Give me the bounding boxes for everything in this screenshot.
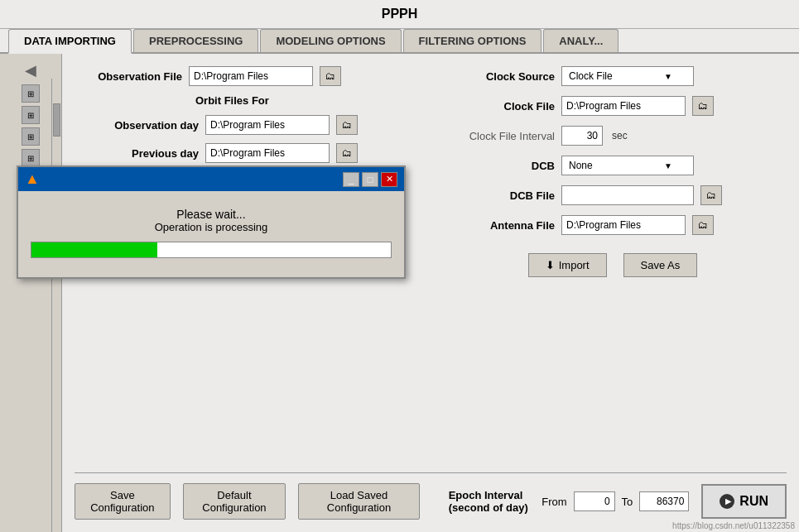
observation-file-input[interactable]	[189, 66, 313, 86]
load-saved-config-button[interactable]: Load Saved Configuration	[298, 483, 419, 520]
modal-title-controls: _ □ ✕	[343, 172, 397, 187]
antenna-file-browse-btn[interactable]: 🗂	[692, 215, 714, 235]
clock-file-label: Clock File	[439, 100, 555, 113]
clock-source-label: Clock Source	[439, 70, 555, 83]
modal-please-wait-text: Please wait...	[31, 208, 392, 221]
previous-day-input[interactable]	[205, 143, 330, 163]
antenna-file-input[interactable]	[561, 215, 686, 235]
tab-modeling-options[interactable]: MODELING OPTIONS	[260, 29, 401, 52]
dcb-label: DCB	[439, 160, 555, 172]
main-content: ◀ ⊞ ⊞ ⊞ ⊞ ⊞ ⊞ Observation File 🗂	[0, 54, 799, 532]
save-as-button[interactable]: Save As	[623, 253, 698, 277]
run-icon	[720, 494, 734, 509]
dcb-file-browse-btn[interactable]: 🗂	[700, 185, 722, 205]
run-button[interactable]: RUN	[701, 484, 787, 519]
clock-source-dropdown[interactable]: Clock File ▼	[561, 66, 694, 86]
from-input[interactable]	[574, 491, 615, 511]
matlab-logo-icon: ▲	[25, 170, 40, 188]
observation-day-row: Observation day 🗂	[91, 115, 422, 135]
observation-file-row: Observation File 🗂	[75, 66, 422, 86]
modal-close-btn[interactable]: ✕	[381, 172, 397, 187]
modal-maximize-btn[interactable]: □	[362, 172, 378, 187]
previous-day-label: Previous day	[91, 147, 199, 160]
clock-file-interval-row: Clock File Interval sec	[439, 126, 787, 146]
antenna-file-label: Antenna File	[439, 219, 555, 232]
sidebar-collapse-arrow[interactable]: ◀	[22, 58, 40, 83]
epoch-label: Epoch Interval (second of day)	[449, 489, 536, 514]
save-config-label: Save Configuration	[90, 489, 154, 514]
clock-source-row: Clock Source Clock File ▼	[439, 66, 787, 86]
observation-day-browse-btn[interactable]: 🗂	[336, 115, 358, 135]
dcb-file-input[interactable]	[561, 185, 694, 205]
dcb-dropdown[interactable]: None ▼	[561, 156, 694, 175]
clock-file-row: Clock File 🗂	[439, 96, 787, 116]
tab-preprocessing[interactable]: PREPROCESSING	[133, 29, 258, 52]
sidebar-icon-1[interactable]: ⊞	[22, 84, 40, 103]
run-label: RUN	[739, 494, 768, 509]
clock-file-input[interactable]	[561, 96, 686, 116]
previous-day-row: Previous day 🗂	[91, 143, 422, 163]
save-as-label: Save As	[641, 259, 681, 271]
save-config-button[interactable]: Save Configuration	[75, 483, 171, 520]
app-title: PPPH	[382, 7, 418, 21]
load-saved-config-label: Load Saved Configuration	[327, 489, 391, 514]
clock-source-value: Clock File	[569, 70, 613, 82]
content-area: Observation File 🗂 Orbit Files For Obser…	[62, 54, 799, 532]
modal-title-bar: ▲ _ □ ✕	[18, 167, 404, 191]
app-window: PPPH DATA IMPORTING PREPROCESSING MODELI…	[0, 0, 799, 532]
bottom-section: Save Configuration Default Configuration…	[75, 472, 787, 520]
import-icon: ⬇	[546, 259, 555, 271]
default-config-label: Default Configuration	[202, 489, 266, 514]
epoch-section: Epoch Interval (second of day) From To	[449, 489, 690, 514]
left-sidebar: ◀ ⊞ ⊞ ⊞ ⊞ ⊞ ⊞	[0, 54, 62, 532]
clock-file-browse-btn[interactable]: 🗂	[692, 96, 714, 116]
dcb-file-label: DCB File	[439, 189, 555, 202]
observation-day-input[interactable]	[205, 115, 330, 135]
observation-day-label: Observation day	[91, 119, 199, 132]
observation-file-label: Observation File	[75, 70, 182, 83]
from-label: From	[541, 496, 566, 508]
clock-file-interval-unit: sec	[612, 130, 628, 141]
tab-filtering-options[interactable]: FILTERING OPTIONS	[403, 29, 542, 52]
right-panel: Clock Source Clock File ▼ Clock File 🗂	[439, 66, 787, 464]
clock-file-interval-input[interactable]	[561, 126, 603, 146]
progress-bar-fill	[31, 242, 157, 257]
to-input[interactable]	[639, 491, 689, 511]
orbit-files-for-label: Orbit Files For	[195, 94, 269, 107]
clock-file-interval-label: Clock File Interval	[439, 130, 555, 142]
sidebar-scrollbar[interactable]	[51, 79, 61, 532]
dcb-row: DCB None ▼	[439, 156, 787, 175]
tab-bar: DATA IMPORTING PREPROCESSING MODELING OP…	[0, 29, 799, 54]
antenna-file-row: Antenna File 🗂	[439, 215, 787, 235]
modal-minimize-btn[interactable]: _	[343, 172, 359, 187]
sidebar-icon-2[interactable]: ⊞	[22, 106, 40, 124]
tab-data-importing[interactable]: DATA IMPORTING	[8, 29, 132, 54]
modal-dialog: ▲ _ □ ✕ Please wait... Operation is proc…	[17, 165, 406, 279]
sidebar-icon-4[interactable]: ⊞	[22, 149, 40, 167]
previous-day-browse-btn[interactable]: 🗂	[336, 143, 358, 163]
default-config-button[interactable]: Default Configuration	[183, 483, 286, 520]
dcb-file-row: DCB File 🗂	[439, 185, 787, 205]
import-label: Import	[559, 259, 590, 271]
sidebar-icon-3[interactable]: ⊞	[22, 127, 40, 146]
modal-operation-text: Operation is processing	[31, 221, 392, 233]
dcb-arrow-icon: ▼	[664, 161, 672, 170]
sidebar-scroll-thumb[interactable]	[53, 103, 60, 137]
to-label: To	[622, 496, 633, 508]
title-bar: PPPH	[0, 0, 799, 29]
action-row: ⬇ Import Save As	[439, 253, 787, 277]
progress-bar-background	[31, 242, 392, 258]
import-button[interactable]: ⬇ Import	[528, 253, 607, 277]
watermark: https://blog.csdn.net/u011322358	[672, 521, 795, 530]
tab-analysis[interactable]: ANALY...	[543, 29, 619, 52]
clock-source-arrow-icon: ▼	[664, 72, 672, 81]
orbit-files-section-label-row: Orbit Files For	[75, 94, 422, 107]
dcb-value: None	[569, 160, 593, 171]
modal-body: Please wait... Operation is processing	[18, 191, 404, 277]
observation-file-browse-btn[interactable]: 🗂	[320, 66, 341, 86]
